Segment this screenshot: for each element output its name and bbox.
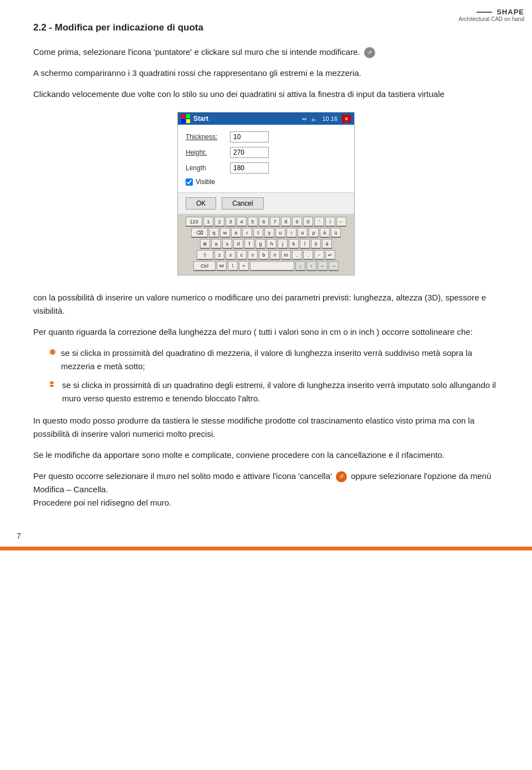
dialog-close-button[interactable]: ✕ bbox=[342, 115, 351, 123]
keyboard-row-3: ⊕ a s d f g h j k l ò à bbox=[181, 239, 351, 249]
virtual-keyboard: 123 1 2 3 4 5 6 7 8 9 0 ' ì ← ⌫ bbox=[178, 215, 354, 275]
key-4[interactable]: 4 bbox=[237, 217, 247, 227]
key-f[interactable]: f bbox=[244, 239, 254, 249]
key-v[interactable]: v bbox=[248, 250, 258, 260]
key-caps[interactable]: ⊕ bbox=[200, 239, 210, 249]
dialog-arrows-icon: ⇔ bbox=[302, 116, 306, 122]
key-q[interactable]: q bbox=[209, 228, 219, 238]
field-input-length[interactable] bbox=[230, 162, 269, 174]
key-c[interactable]: c bbox=[237, 250, 247, 260]
input-dialog: Start ⇔ 🔈 10.16 ✕ Thickness: Height: bbox=[177, 112, 355, 276]
paragraph-1: Come prima, selezionare l'icona 'puntato… bbox=[33, 45, 499, 59]
key-123[interactable]: 123 bbox=[186, 217, 202, 227]
field-input-height[interactable] bbox=[230, 147, 269, 158]
key-g[interactable]: g bbox=[255, 239, 265, 249]
key-ograve[interactable]: ò bbox=[311, 239, 321, 249]
key-apostrophe[interactable]: ' bbox=[314, 217, 324, 227]
logo-line bbox=[477, 12, 492, 13]
titlebar-right: ⇔ 🔈 10.16 ✕ bbox=[302, 115, 351, 123]
paragraph-2: A schermo compariranno i 3 quadratini ro… bbox=[33, 67, 499, 80]
dialog-title: Start bbox=[193, 115, 208, 123]
key-space[interactable] bbox=[250, 261, 294, 271]
paragraph-6: In questo modo posso produrre da tastier… bbox=[33, 414, 499, 441]
bottom-bar bbox=[0, 547, 532, 550]
dialog-buttons: OK Cancel bbox=[178, 193, 354, 215]
key-0[interactable]: 0 bbox=[303, 217, 313, 227]
key-agrave[interactable]: à bbox=[322, 239, 332, 249]
key-j[interactable]: j bbox=[278, 239, 288, 249]
cancel-button[interactable]: Cancel bbox=[222, 197, 263, 210]
key-7[interactable]: 7 bbox=[270, 217, 280, 227]
key-egrave[interactable]: è bbox=[320, 228, 330, 238]
field-row-thickness: Thickness: bbox=[186, 131, 346, 142]
key-s[interactable]: s bbox=[222, 239, 232, 249]
paragraph-8: Per questo occorre selezionare il muro n… bbox=[33, 470, 499, 509]
key-backspace2[interactable]: ⌫ bbox=[191, 228, 208, 238]
windows-logo-icon bbox=[181, 114, 190, 123]
keyboard-row-1: 123 1 2 3 4 5 6 7 8 9 0 ' ì ← bbox=[181, 217, 351, 227]
key-n[interactable]: n bbox=[270, 250, 280, 260]
dialog-container: Start ⇔ 🔈 10.16 ✕ Thickness: Height: bbox=[33, 112, 499, 276]
key-9[interactable]: 9 bbox=[292, 217, 302, 227]
key-b[interactable]: b bbox=[259, 250, 269, 260]
key-e[interactable]: e bbox=[231, 228, 241, 238]
keyboard-row-5: Ctrl âê \ + ↓ ↑ ← → bbox=[181, 261, 351, 271]
key-left[interactable]: ← bbox=[318, 261, 328, 271]
keyboard-row-4: ⇧ z x c v b n m , . - ↵ bbox=[181, 250, 351, 260]
key-8[interactable]: 8 bbox=[281, 217, 291, 227]
key-r[interactable]: r bbox=[242, 228, 252, 238]
paragraph-4: con la possibilità di inserire un valore… bbox=[33, 291, 499, 318]
field-input-thickness[interactable] bbox=[230, 131, 269, 142]
field-label-length: Length bbox=[186, 164, 230, 172]
key-u[interactable]: u bbox=[275, 228, 285, 238]
svg-rect-3 bbox=[186, 119, 190, 123]
key-up[interactable]: ↑ bbox=[306, 261, 316, 271]
key-k[interactable]: k bbox=[289, 239, 299, 249]
key-m[interactable]: m bbox=[281, 250, 291, 260]
key-o[interactable]: o bbox=[298, 228, 308, 238]
key-backslash[interactable]: \ bbox=[228, 261, 238, 271]
key-2[interactable]: 2 bbox=[214, 217, 224, 227]
paragraph-3: Clickando velocemente due volte con lo s… bbox=[33, 88, 499, 101]
key-ugrave[interactable]: ù bbox=[331, 228, 341, 238]
key-d[interactable]: d bbox=[233, 239, 243, 249]
dialog-titlebar: Start ⇔ 🔈 10.16 ✕ bbox=[178, 113, 354, 125]
key-ctrl[interactable]: Ctrl bbox=[193, 261, 216, 271]
key-a[interactable]: a bbox=[211, 239, 221, 249]
key-t[interactable]: t bbox=[253, 228, 263, 238]
key-h[interactable]: h bbox=[267, 239, 277, 249]
key-w[interactable]: w bbox=[220, 228, 230, 238]
key-plus[interactable]: + bbox=[239, 261, 249, 271]
key-1[interactable]: 1 bbox=[203, 217, 213, 227]
paragraph-9: Procedere poi nel ridisegno del muro. bbox=[33, 498, 171, 507]
key-down[interactable]: ↓ bbox=[295, 261, 305, 271]
logo-subtitle: Architectural CAD on hand bbox=[459, 16, 524, 22]
dialog-fields: Thickness: Height: Length Visible bbox=[178, 125, 354, 193]
key-right[interactable]: → bbox=[329, 261, 339, 271]
key-x[interactable]: x bbox=[226, 250, 236, 260]
bullet-text-2: se si clicka in prossimità di un quadrat… bbox=[62, 379, 499, 405]
svg-rect-0 bbox=[181, 114, 185, 118]
key-dot[interactable]: . bbox=[303, 250, 313, 260]
visible-checkbox[interactable] bbox=[186, 179, 193, 186]
key-backspace[interactable]: ← bbox=[336, 217, 346, 227]
key-y[interactable]: y bbox=[264, 228, 274, 238]
bullet-dot-1 bbox=[50, 349, 55, 355]
visible-label: Visible bbox=[196, 178, 215, 186]
key-3[interactable]: 3 bbox=[226, 217, 236, 227]
key-accent[interactable]: âê bbox=[217, 261, 227, 271]
key-6[interactable]: 6 bbox=[259, 217, 269, 227]
key-comma[interactable]: , bbox=[292, 250, 302, 260]
key-p[interactable]: p bbox=[309, 228, 319, 238]
ok-button[interactable]: OK bbox=[186, 197, 216, 210]
key-l[interactable]: l bbox=[300, 239, 310, 249]
key-5[interactable]: 5 bbox=[248, 217, 258, 227]
key-i[interactable]: i bbox=[287, 228, 296, 238]
titlebar-left: Start bbox=[181, 114, 208, 123]
key-shift[interactable]: ⇧ bbox=[197, 250, 213, 260]
key-z[interactable]: z bbox=[214, 250, 224, 260]
key-enter[interactable]: ↵ bbox=[325, 250, 335, 260]
logo-area: SHAPE Architectural CAD on hand bbox=[459, 8, 524, 22]
key-dash[interactable]: - bbox=[314, 250, 324, 260]
key-igrave[interactable]: ì bbox=[325, 217, 335, 227]
